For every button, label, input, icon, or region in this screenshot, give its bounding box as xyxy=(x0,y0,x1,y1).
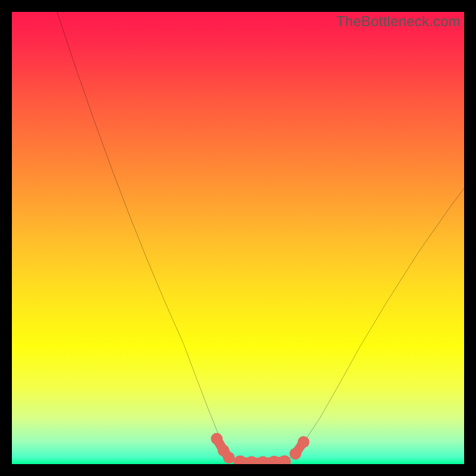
v-curve xyxy=(57,12,464,463)
marker-dot xyxy=(298,436,309,448)
plot-area: TheBottleneck.com xyxy=(12,12,464,464)
chart-stage: TheBottleneck.com xyxy=(0,0,476,476)
bottleneck-curve xyxy=(57,12,464,463)
watermark-text: TheBottleneck.com xyxy=(336,13,461,30)
marker-dot xyxy=(290,448,302,460)
floor-markers xyxy=(211,433,309,464)
marker-dot xyxy=(211,433,223,445)
curve-layer xyxy=(12,12,464,464)
marker-dot xyxy=(223,452,235,464)
marker-dot xyxy=(278,455,291,464)
